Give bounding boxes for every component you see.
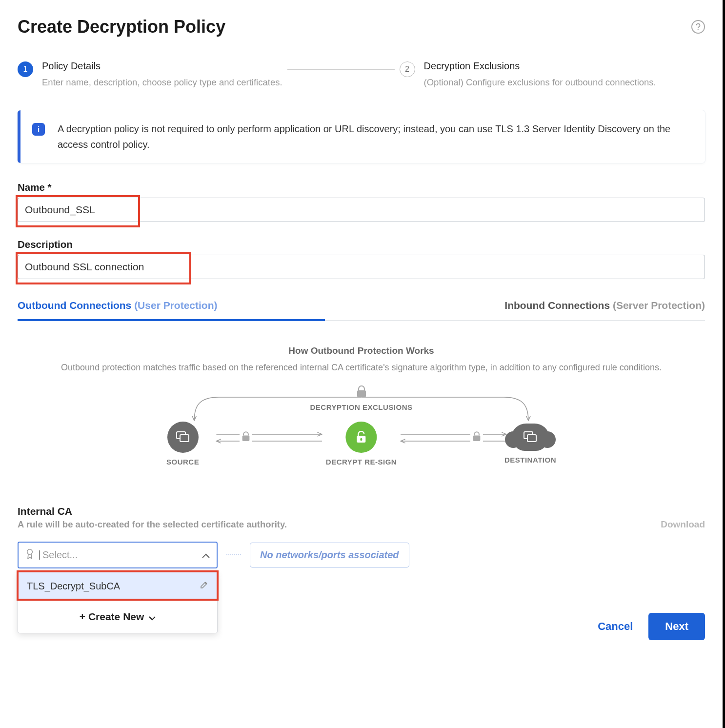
tab-inbound-connections[interactable]: Inbound Connections (Server Protection) <box>504 292 705 320</box>
ca-option-label: TLS_Decrypt_SubCA <box>27 581 120 592</box>
description-input[interactable] <box>18 255 705 279</box>
tab-outbound-connections[interactable]: Outbound Connections (User Protection) <box>18 292 218 320</box>
download-link[interactable]: Download <box>661 519 705 530</box>
info-icon: i <box>32 123 45 136</box>
wizard-steps: 1 Policy Details Enter name, description… <box>18 61 705 90</box>
description-label: Description <box>18 239 705 250</box>
decrypt-label: DECRYPT RE-SIGN <box>326 458 397 466</box>
destination-label: DESTINATION <box>504 456 556 464</box>
diagram-decrypt-node: DECRYPT RE-SIGN <box>326 422 397 466</box>
svg-rect-12 <box>473 435 481 441</box>
svg-rect-8 <box>360 438 362 441</box>
unlock-icon <box>345 422 377 453</box>
internal-ca-title: Internal CA <box>18 506 287 517</box>
step-connector <box>287 69 395 70</box>
decryption-exclusions-label: DECRYPTION EXCLUSIONS <box>310 403 413 411</box>
svg-rect-10 <box>527 435 536 442</box>
select-placeholder: Select... <box>42 549 78 561</box>
tab-outbound-sub: (User Protection) <box>131 300 217 311</box>
protection-diagram: DECRYPTION EXCLUSIONS SOURCE DECRYPT RE-… <box>47 384 676 486</box>
info-banner: i A decryption policy is not required to… <box>18 110 705 163</box>
internal-ca-select[interactable]: Select... <box>18 542 218 568</box>
source-label: SOURCE <box>166 458 199 466</box>
next-button[interactable]: Next <box>648 613 705 640</box>
step-1-title: Policy Details <box>42 61 282 72</box>
connector-line <box>226 554 241 555</box>
tab-outbound-label: Outbound Connections <box>18 300 131 311</box>
info-text: A decryption policy is not required to o… <box>58 121 693 152</box>
name-label: Name * <box>18 182 705 193</box>
tab-inbound-sub: (Server Protection) <box>610 300 705 311</box>
tab-inbound-label: Inbound Connections <box>504 300 610 311</box>
help-icon[interactable]: ? <box>691 20 705 34</box>
svg-point-13 <box>27 549 33 554</box>
diagram-destination-node: DESTINATION <box>504 424 556 464</box>
cancel-button[interactable]: Cancel <box>595 620 636 633</box>
no-networks-badge: No networks/ports associated <box>250 543 409 567</box>
step-1-bubble[interactable]: 1 <box>18 61 33 77</box>
certificate-icon <box>25 548 34 562</box>
svg-rect-11 <box>242 435 250 441</box>
lock-icon <box>470 431 483 444</box>
name-input[interactable] <box>18 198 705 222</box>
source-icon <box>167 422 199 453</box>
ca-option-tls-decrypt-subca[interactable]: TLS_Decrypt_SubCA <box>18 572 217 601</box>
step-2-desc: (Optional) Configure exclusions for outb… <box>424 76 656 90</box>
step-1-desc: Enter name, description, choose policy t… <box>42 76 282 90</box>
chevron-up-icon <box>202 549 210 561</box>
step-2-bubble[interactable]: 2 <box>400 61 415 77</box>
lock-icon <box>240 431 252 444</box>
diagram-title: How Outbound Protection Works <box>18 345 705 356</box>
diagram-description: Outbound protection matches traffic base… <box>44 361 679 375</box>
cloud-icon <box>512 424 549 451</box>
step-2-title: Decryption Exclusions <box>424 61 656 72</box>
svg-rect-6 <box>180 435 189 442</box>
edit-icon[interactable] <box>200 581 208 592</box>
lock-icon <box>356 385 367 400</box>
page-title: Create Decryption Policy <box>18 17 225 37</box>
diagram-source-node: SOURCE <box>166 422 199 466</box>
internal-ca-subtitle: A rule will be auto-created for the sele… <box>18 519 287 530</box>
svg-rect-4 <box>357 390 366 397</box>
